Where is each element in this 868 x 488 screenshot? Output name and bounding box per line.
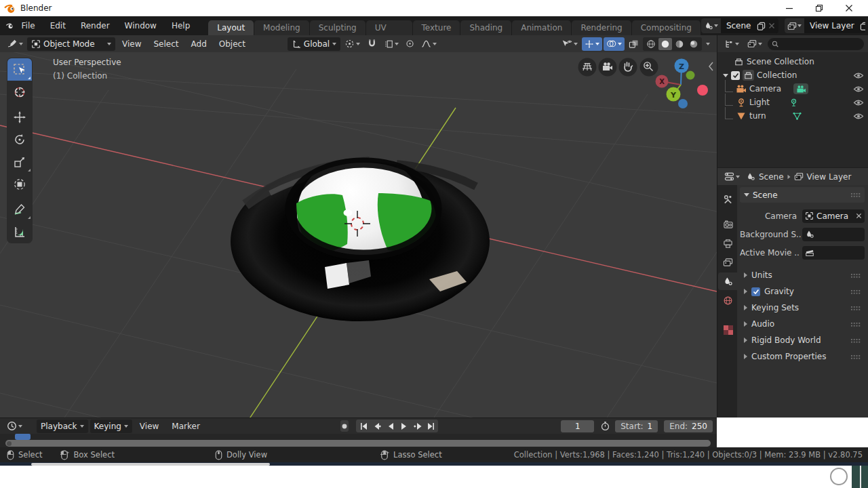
panel-grip-icon[interactable]	[850, 322, 861, 327]
clear-icon[interactable]	[856, 213, 862, 219]
view-layer-selector[interactable]: View Layer	[785, 18, 865, 33]
section-custom-properties[interactable]: Custom Properties	[740, 348, 865, 365]
scene-selector-icon-button[interactable]	[701, 18, 721, 33]
transform-orientation-dropdown[interactable]: Global	[288, 37, 340, 51]
properties-editor-type-button[interactable]	[722, 170, 743, 184]
timeline-editor-type-button[interactable]	[4, 420, 25, 433]
jump-to-end-button[interactable]	[425, 420, 437, 432]
cursor-tool-button[interactable]	[7, 81, 32, 103]
breadcrumb-scene[interactable]: Scene	[759, 172, 784, 182]
object-visibility-dropdown[interactable]	[559, 37, 580, 51]
outliner-row-turn[interactable]: turn	[717, 109, 868, 123]
shading-rendered-button[interactable]	[687, 38, 701, 50]
tab-rendering[interactable]: Rendering	[572, 20, 631, 35]
proportional-falloff-dropdown[interactable]	[418, 37, 439, 51]
scene-name[interactable]: Scene	[721, 21, 757, 30]
navigation-gizmo[interactable]: Z X Y	[656, 59, 709, 109]
menu-edit[interactable]: Edit	[43, 16, 73, 35]
gizmos-toggle-dropdown[interactable]	[582, 37, 602, 51]
current-frame-field[interactable]: 1	[561, 420, 594, 432]
shading-wireframe-button[interactable]	[644, 38, 658, 50]
unlink-scene-icon[interactable]	[768, 22, 775, 29]
scale-tool-button[interactable]	[7, 150, 32, 173]
frame-end-field[interactable]: End: 250	[664, 420, 713, 432]
select-box-tool-button[interactable]	[7, 58, 32, 81]
jump-to-start-button[interactable]	[357, 420, 370, 432]
light-data-icon[interactable]	[789, 98, 799, 107]
tab-render[interactable]	[718, 216, 738, 233]
tab-texture[interactable]	[718, 321, 738, 339]
xray-toggle-button[interactable]	[626, 37, 642, 51]
editor-type-button[interactable]	[4, 37, 26, 51]
measure-tool-button[interactable]	[7, 220, 32, 243]
outliner-row-light[interactable]: Light	[717, 96, 868, 109]
menu-render[interactable]: Render	[73, 16, 117, 35]
tab-sculpting[interactable]: Sculpting	[310, 20, 366, 35]
new-scene-icon[interactable]	[757, 22, 766, 30]
viewport-menu-add[interactable]: Add	[186, 39, 212, 49]
eye-icon[interactable]	[853, 72, 864, 79]
panel-grip-icon[interactable]	[850, 192, 861, 197]
outliner-row-scene-collection[interactable]: Scene Collection	[717, 55, 868, 68]
record-button[interactable]	[340, 420, 349, 432]
active-movie-clip-field[interactable]	[802, 246, 865, 260]
collection-checkbox[interactable]	[731, 71, 740, 80]
menu-window[interactable]: Window	[117, 16, 164, 35]
timeline-playhead[interactable]	[15, 434, 31, 440]
panel-grip-icon[interactable]	[850, 338, 861, 343]
snap-settings-dropdown[interactable]	[381, 37, 401, 51]
pivot-point-dropdown[interactable]	[342, 37, 363, 51]
tab-scene[interactable]	[718, 272, 738, 290]
prev-keyframe-button[interactable]	[370, 420, 383, 432]
outliner-filter-dropdown[interactable]	[745, 37, 765, 51]
gravity-checkbox[interactable]	[751, 287, 760, 296]
scene-panel-header[interactable]: Scene	[740, 187, 865, 203]
outliner-row-collection[interactable]: Collection	[717, 68, 868, 82]
tab-tool[interactable]	[718, 190, 738, 208]
section-keying-sets[interactable]: Keying Sets	[740, 300, 865, 316]
transform-tool-button[interactable]	[7, 173, 32, 195]
panel-grip-icon[interactable]	[850, 273, 861, 278]
next-keyframe-button[interactable]	[411, 420, 424, 432]
tab-compositing[interactable]: Compositing	[632, 20, 701, 35]
view-layer-selector-icon-button[interactable]	[785, 18, 804, 33]
viewport-menu-object[interactable]: Object	[214, 39, 251, 49]
tab-animation[interactable]: Animation	[512, 20, 571, 35]
timeline-menu-view[interactable]: View	[134, 422, 164, 431]
timeline-scrollbar[interactable]	[5, 440, 711, 447]
viewport-3d[interactable]: Z X Y User Perspective (1) Collection	[0, 52, 717, 418]
panel-grip-icon[interactable]	[850, 354, 861, 359]
minimize-button[interactable]	[784, 3, 795, 14]
mode-dropdown[interactable]: Object Mode	[27, 37, 115, 51]
outliner-row-camera[interactable]: Camera	[717, 82, 868, 96]
menu-file[interactable]: File	[14, 16, 43, 35]
disclosure-triangle-icon[interactable]	[723, 74, 728, 77]
outliner-search[interactable]	[768, 38, 864, 50]
tab-uv-editing[interactable]: UV Editing	[366, 20, 412, 35]
view-layer-name[interactable]: View Layer	[804, 21, 860, 30]
eye-icon[interactable]	[853, 99, 864, 106]
section-gravity[interactable]: Gravity	[740, 283, 865, 300]
tab-world[interactable]	[718, 291, 738, 309]
tab-output[interactable]	[718, 235, 738, 252]
section-audio[interactable]: Audio	[740, 316, 865, 332]
new-view-layer-icon[interactable]	[860, 22, 865, 30]
eye-icon[interactable]	[853, 113, 864, 120]
pan-view-button[interactable]	[619, 58, 637, 77]
gizmo-axis-dot[interactable]	[697, 85, 708, 96]
outliner-display-mode-dropdown[interactable]	[722, 37, 742, 51]
section-rigid-body-world[interactable]: Rigid Body World	[740, 332, 865, 348]
background-scene-field[interactable]	[802, 228, 865, 241]
viewport-menu-select[interactable]: Select	[148, 39, 184, 49]
menu-help[interactable]: Help	[164, 16, 197, 35]
tab-modeling[interactable]: Modeling	[254, 20, 309, 35]
frame-start-field[interactable]: Start: 1	[615, 420, 658, 432]
use-preview-range-button[interactable]	[600, 420, 610, 432]
shading-dropdown-icon[interactable]	[706, 43, 710, 45]
viewport-menu-view[interactable]: View	[117, 39, 146, 49]
play-reverse-button[interactable]	[384, 420, 397, 432]
search-input[interactable]	[781, 39, 860, 49]
gizmo-axis-dot[interactable]	[678, 99, 688, 108]
play-button[interactable]	[397, 420, 410, 432]
mesh-data-icon[interactable]	[792, 111, 802, 121]
